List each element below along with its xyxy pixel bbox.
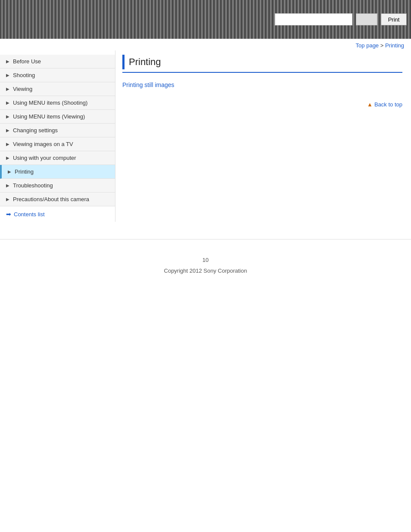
search-input[interactable] xyxy=(275,13,352,25)
sidebar-item-changing-settings[interactable]: Changing settings xyxy=(0,124,115,137)
sidebar-item-label: Troubleshooting xyxy=(13,182,53,189)
header-bar: Print xyxy=(0,0,411,39)
sidebar-item-label: Using MENU items (Shooting) xyxy=(13,100,87,106)
page-title: Printing xyxy=(129,55,161,69)
sidebar-item-label: Using MENU items (Viewing) xyxy=(13,113,85,120)
sidebar-item-label: Before Use xyxy=(13,58,41,65)
sidebar-item-label: Using with your computer xyxy=(13,155,76,161)
contents-list-label: Contents list xyxy=(14,211,45,218)
main-layout: Before Use Shooting Viewing Using MENU i… xyxy=(0,50,411,230)
back-to-top-link[interactable]: ▲Back to top xyxy=(367,101,402,108)
chevron-right-icon xyxy=(6,59,9,64)
back-to-top: ▲Back to top xyxy=(122,97,402,108)
chevron-right-icon xyxy=(6,87,9,91)
sidebar-item-label: Shooting xyxy=(13,72,35,78)
sidebar-item-label: Precautions/About this camera xyxy=(13,196,89,202)
sidebar-item-shooting[interactable]: Shooting xyxy=(0,68,115,82)
sidebar-item-label: Printing xyxy=(15,168,34,175)
content-area: Printing Printing still images ▲Back to … xyxy=(115,50,411,116)
sidebar-item-label: Viewing xyxy=(13,86,32,92)
arrow-right-icon: ➡ xyxy=(6,211,11,218)
chevron-right-icon xyxy=(6,73,9,78)
breadcrumb-current-link[interactable]: Printing xyxy=(385,42,404,49)
search-button[interactable] xyxy=(356,13,377,25)
content-links: Printing still images xyxy=(122,81,402,88)
print-button[interactable]: Print xyxy=(381,13,407,25)
sidebar-item-viewing[interactable]: Viewing xyxy=(0,82,115,96)
chevron-right-icon xyxy=(6,156,9,160)
chevron-right-icon xyxy=(8,169,11,174)
sidebar-item-viewing-images-tv[interactable]: Viewing images on a TV xyxy=(0,137,115,151)
chevron-right-icon xyxy=(6,114,9,119)
page-title-bar-accent xyxy=(122,55,125,69)
sidebar-item-label: Changing settings xyxy=(13,127,58,134)
back-to-top-label: Back to top xyxy=(374,101,402,108)
page-title-section: Printing xyxy=(122,55,402,73)
chevron-right-icon xyxy=(6,142,9,146)
copyright-text: Copyright 2012 Sony Corporation xyxy=(0,268,411,274)
sidebar-item-label: Viewing images on a TV xyxy=(13,141,73,147)
chevron-right-icon xyxy=(6,197,9,202)
footer: 10 Copyright 2012 Sony Corporation xyxy=(0,239,411,283)
page-number: 10 xyxy=(0,252,411,268)
sidebar-item-precautions[interactable]: Precautions/About this camera xyxy=(0,193,115,206)
breadcrumb-top-link[interactable]: Top page xyxy=(356,42,379,49)
contents-list-link[interactable]: ➡ Contents list xyxy=(0,206,115,222)
sidebar-item-troubleshooting[interactable]: Troubleshooting xyxy=(0,179,115,193)
chevron-right-icon xyxy=(6,183,9,188)
breadcrumb: Top page > Printing xyxy=(0,39,411,50)
sidebar-item-before-use[interactable]: Before Use xyxy=(0,55,115,68)
sidebar-item-using-menu-shooting[interactable]: Using MENU items (Shooting) xyxy=(0,96,115,110)
breadcrumb-separator: > xyxy=(379,42,385,49)
sidebar-item-using-menu-viewing[interactable]: Using MENU items (Viewing) xyxy=(0,110,115,124)
triangle-icon: ▲ xyxy=(367,101,373,108)
chevron-right-icon xyxy=(6,100,9,105)
sidebar: Before Use Shooting Viewing Using MENU i… xyxy=(0,50,115,222)
sidebar-item-printing[interactable]: Printing xyxy=(0,165,115,179)
sidebar-item-using-with-computer[interactable]: Using with your computer xyxy=(0,151,115,165)
printing-still-images-link[interactable]: Printing still images xyxy=(122,81,402,88)
chevron-right-icon xyxy=(6,128,9,133)
